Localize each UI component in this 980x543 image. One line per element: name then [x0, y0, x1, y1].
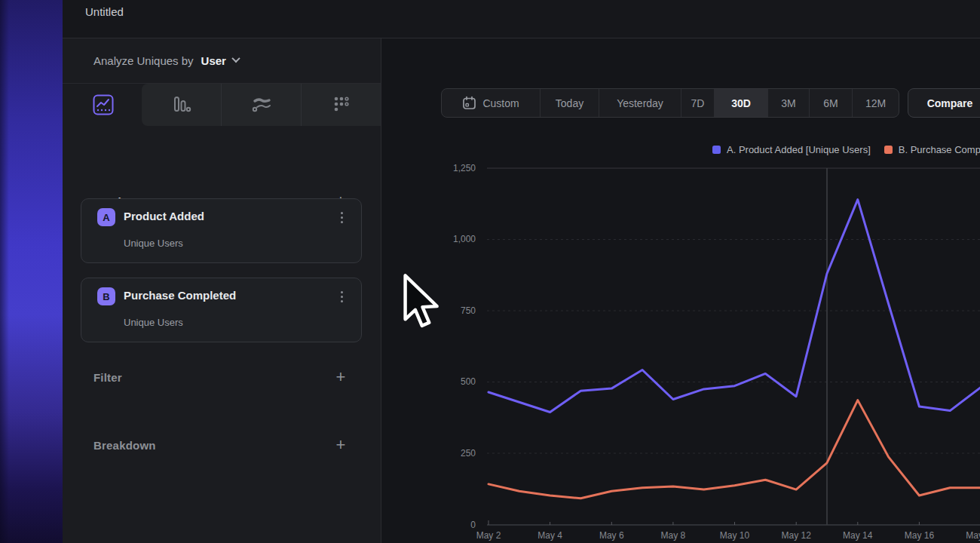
y-tick-label: 750 — [430, 305, 476, 316]
y-tick-label: 500 — [430, 376, 476, 387]
metric-title: Purchase Completed — [124, 289, 236, 302]
analyze-by-value: User — [201, 54, 226, 67]
tab-retention[interactable] — [301, 84, 381, 126]
line-chart: 1,250 1,000 750 500 250 0 May 2 May 4 Ma… — [381, 38, 980, 543]
x-tick-label: May 2 — [476, 530, 501, 541]
x-tick-label: May 10 — [720, 530, 749, 541]
tab-bar-chart[interactable] — [142, 84, 221, 126]
y-tick-label: 1,250 — [430, 163, 476, 173]
breakdown-heading: Breakdown — [93, 439, 156, 452]
document-title: Untitled — [85, 5, 124, 18]
metric-title: Product Added — [124, 210, 204, 222]
metric-card-a[interactable]: A Product Added Unique Users — [81, 198, 362, 263]
metric-options-button[interactable] — [334, 288, 349, 305]
add-filter-button[interactable]: + — [332, 370, 349, 385]
bar-chart-icon — [172, 95, 191, 115]
chart-type-tabstrip — [142, 84, 381, 126]
x-tick-label: May 6 — [599, 530, 624, 541]
metric-badge-b: B — [97, 287, 115, 305]
metric-subtitle: Unique Users — [124, 317, 183, 328]
x-tick-label: May 4 — [537, 530, 562, 541]
desktop-background-gradient — [0, 0, 63, 543]
chevron-down-icon — [231, 54, 240, 62]
y-tick-label: 250 — [430, 448, 476, 459]
y-tick-label: 1,000 — [430, 234, 476, 244]
flow-chart-icon — [251, 95, 272, 115]
analyze-row: Analyze Uniques by User — [63, 38, 381, 84]
x-tick-label: May 8 — [661, 530, 686, 541]
screenshot-stage: Untitled Analyze Uniques by User — [0, 0, 980, 543]
filter-header: Filter + — [93, 367, 349, 387]
tab-line-chart[interactable] — [93, 94, 114, 115]
series-line-b — [488, 400, 980, 499]
x-tick-label: May 18 — [966, 530, 980, 541]
x-tick-label: May 16 — [905, 530, 934, 541]
metric-subtitle: Unique Users — [124, 238, 183, 249]
line-chart-icon — [93, 94, 114, 115]
titlebar: Untitled — [63, 0, 980, 38]
filter-heading: Filter — [93, 371, 122, 384]
x-tick-label: May 12 — [782, 530, 811, 541]
tab-flow-chart[interactable] — [221, 84, 301, 126]
x-tick-label: May 14 — [843, 530, 872, 541]
dots-grid-icon — [332, 95, 351, 115]
add-breakdown-button[interactable]: + — [332, 437, 349, 452]
metric-options-button[interactable] — [334, 209, 349, 225]
app-window: Untitled Analyze Uniques by User — [63, 0, 980, 543]
breakdown-header: Breakdown + — [93, 435, 349, 455]
chart-pane: Custom Today Yesterday 7D 30D 3M 6M 12M … — [381, 38, 980, 543]
chart-series — [381, 38, 980, 543]
metric-card-b[interactable]: B Purchase Completed Unique Users — [81, 278, 362, 342]
y-tick-label: 0 — [430, 520, 476, 530]
series-line-a — [488, 200, 980, 413]
analyze-by-dropdown[interactable]: User — [201, 54, 239, 67]
chart-type-tabs — [63, 84, 381, 126]
sidebar: Analyze Uniques by User — [63, 38, 381, 543]
metric-badge-a: A — [97, 208, 115, 226]
analyze-label: Analyze Uniques by — [93, 54, 194, 67]
